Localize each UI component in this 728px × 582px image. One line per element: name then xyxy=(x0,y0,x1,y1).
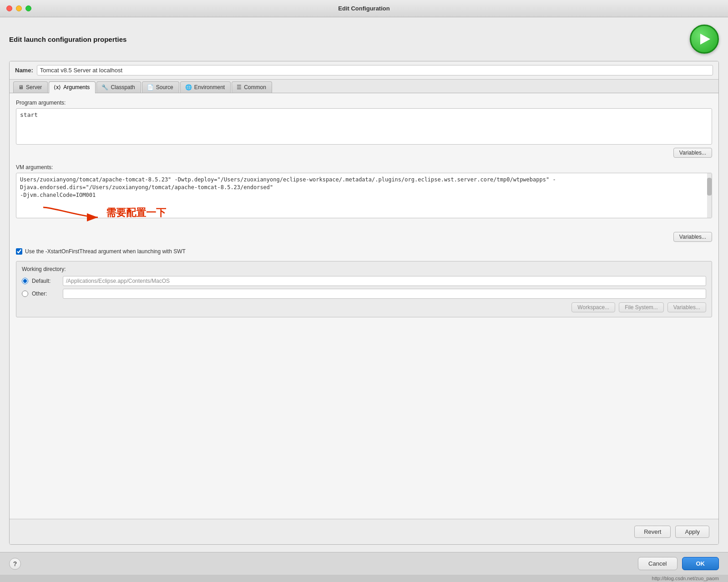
help-button[interactable]: ? xyxy=(9,558,21,570)
cancel-button[interactable]: Cancel xyxy=(638,557,677,570)
tab-classpath-label: Classpath xyxy=(111,84,135,90)
default-radio-row: Default: xyxy=(22,276,706,286)
play-button-container xyxy=(690,25,719,54)
vm-textarea-container: Users/zuoxianyong/tomcat/apache-tomcat-8… xyxy=(16,173,712,218)
dialog-footer: ? Cancel OK xyxy=(0,552,728,575)
tab-common-label: Common xyxy=(244,84,266,90)
working-dir-variables-button: Variables... xyxy=(667,302,706,312)
traffic-lights xyxy=(6,5,31,11)
program-args-section: Program arguments: start Variables... xyxy=(16,100,712,158)
workspace-button: Workspace... xyxy=(571,302,615,312)
vm-args-variables-button[interactable]: Variables... xyxy=(673,232,712,242)
environment-icon: 🌐 xyxy=(185,84,192,90)
working-directory-section: Working directory: Default: Other: Works… xyxy=(16,261,712,317)
name-input[interactable] xyxy=(37,65,713,75)
dialog-bottom-actions: Revert Apply xyxy=(10,519,718,544)
apply-button[interactable]: Apply xyxy=(675,526,709,538)
url-bar: http://blog.csdn.net/zuo_paom xyxy=(0,575,728,582)
program-args-label: Program arguments: xyxy=(16,100,712,106)
vm-args-section: VM arguments: Users/zuoxianyong/tomcat/a… xyxy=(16,164,712,242)
tab-environment[interactable]: 🌐 Environment xyxy=(180,81,231,93)
program-args-wrapper: start xyxy=(16,108,712,146)
arguments-icon: ⟨x⟩ xyxy=(54,84,61,90)
tab-server-label: Server xyxy=(26,84,42,90)
swt-checkbox-label: Use the -XstartOnFirstThread argument wh… xyxy=(25,248,186,255)
tab-environment-label: Environment xyxy=(194,84,225,90)
tab-arguments[interactable]: ⟨x⟩ Arguments xyxy=(49,81,96,93)
vm-args-variables-row: Variables... xyxy=(16,232,712,242)
play-icon xyxy=(700,34,710,45)
other-radio-label: Other: xyxy=(32,291,59,297)
vm-scrollbar[interactable] xyxy=(707,173,712,218)
server-icon: 🖥 xyxy=(18,84,24,90)
tab-source[interactable]: 📄 Source xyxy=(142,81,179,93)
revert-button[interactable]: Revert xyxy=(634,526,671,538)
program-args-textarea[interactable]: start xyxy=(16,108,712,145)
window-title: Edit Configuration xyxy=(338,5,389,12)
footer-right-buttons: Cancel OK xyxy=(638,557,719,570)
vm-args-textarea[interactable]: Users/zuoxianyong/tomcat/apache-tomcat-8… xyxy=(16,173,712,218)
tab-classpath[interactable]: 🔧 Classpath xyxy=(96,81,141,93)
play-button[interactable] xyxy=(690,25,719,54)
titlebar: Edit Configuration xyxy=(0,0,728,17)
tabs-row: 🖥 Server ⟨x⟩ Arguments 🔧 Classpath 📄 Sou… xyxy=(10,80,718,93)
default-path-input xyxy=(63,276,706,286)
program-args-variables-row: Variables... xyxy=(16,148,712,158)
minimize-button[interactable] xyxy=(16,5,22,11)
tab-arguments-label: Arguments xyxy=(63,84,90,90)
swt-checkbox-row: Use the -XstartOnFirstThread argument wh… xyxy=(16,248,712,255)
filesystem-button: File System... xyxy=(619,302,664,312)
vm-args-label: VM arguments: xyxy=(16,164,712,171)
tab-server[interactable]: 🖥 Server xyxy=(13,81,48,93)
name-row: Name: xyxy=(10,61,718,80)
tab-common[interactable]: ☰ Common xyxy=(232,81,272,93)
tab-source-label: Source xyxy=(156,84,173,90)
other-path-input[interactable] xyxy=(63,289,706,299)
maximize-button[interactable] xyxy=(25,5,31,11)
other-radio[interactable] xyxy=(22,291,28,297)
default-radio-label: Default: xyxy=(32,278,59,284)
close-button[interactable] xyxy=(6,5,12,11)
source-icon: 📄 xyxy=(147,84,154,90)
ok-button[interactable]: OK xyxy=(682,557,719,570)
url-text: http://blog.csdn.net/zuo_paom xyxy=(652,576,719,581)
working-directory-title: Working directory: xyxy=(22,266,706,272)
main-area: Edit launch configuration properties Nam… xyxy=(0,17,728,552)
page-title: Edit launch configuration properties xyxy=(9,35,126,43)
other-radio-row: Other: xyxy=(22,289,706,299)
tab-content-arguments: Program arguments: start Variables... VM… xyxy=(10,93,718,519)
vm-scrollbar-thumb xyxy=(707,178,712,196)
working-dir-buttons: Workspace... File System... Variables... xyxy=(22,302,706,312)
swt-checkbox[interactable] xyxy=(16,248,22,255)
name-label: Name: xyxy=(15,67,33,74)
dialog-panel: Name: 🖥 Server ⟨x⟩ Arguments 🔧 Classpath… xyxy=(9,61,719,545)
common-icon: ☰ xyxy=(237,84,242,90)
header-row: Edit launch configuration properties xyxy=(9,25,719,54)
classpath-icon: 🔧 xyxy=(101,84,108,90)
program-args-variables-button[interactable]: Variables... xyxy=(673,148,712,158)
default-radio[interactable] xyxy=(22,278,28,284)
